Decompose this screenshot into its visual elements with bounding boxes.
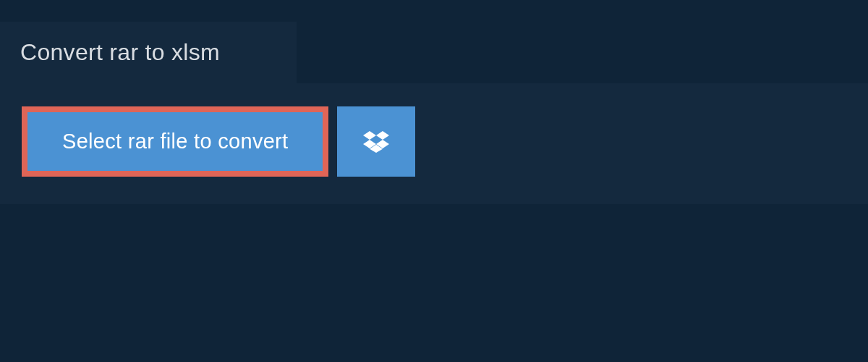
- select-file-label: Select rar file to convert: [62, 130, 288, 153]
- tab-header: Convert rar to xlsm: [0, 22, 297, 83]
- content-panel: Select rar file to convert: [0, 83, 868, 204]
- dropbox-icon: [363, 129, 389, 155]
- select-file-button[interactable]: Select rar file to convert: [22, 106, 328, 177]
- page-title: Convert rar to xlsm: [20, 39, 268, 66]
- dropbox-button[interactable]: [337, 106, 415, 177]
- button-row: Select rar file to convert: [22, 106, 846, 177]
